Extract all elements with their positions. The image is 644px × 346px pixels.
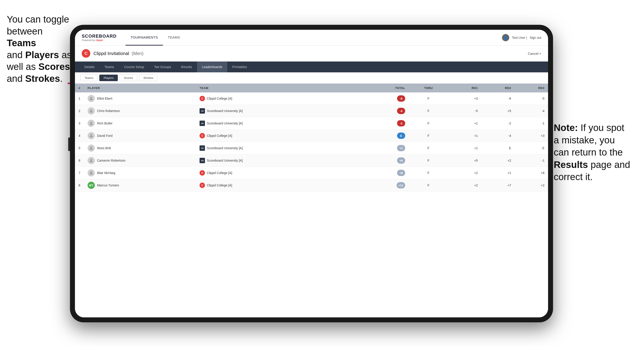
avatar-icon (89, 171, 94, 175)
team-cell: SB Scoreboard University [A] (196, 142, 321, 155)
player-name: David Ford (97, 134, 112, 138)
toggle-strokes[interactable]: Strokes (139, 75, 158, 81)
nav-teams[interactable]: TEAMS (163, 30, 185, 45)
team-cell: C Clippd College [A] (196, 130, 321, 142)
avatar-icon (89, 96, 94, 101)
tab-teams[interactable]: Teams (100, 62, 119, 72)
leaderboard-table-container: # PLAYER TEAM TOTAL THRU RD1 RD2 RD3 (75, 84, 548, 317)
nav-tournaments[interactable]: TOURNAMENTS (126, 30, 163, 45)
col-player: PLAYER (84, 84, 196, 92)
thru-cell: F (409, 105, 448, 117)
total-badge: +8 (397, 170, 405, 176)
table-row: 3 Rich Butler SB Scoreboard University [… (75, 117, 548, 130)
player-cell: Rich Butler (84, 117, 196, 130)
total-cell: +1 (366, 142, 409, 155)
col-total: TOTAL (366, 84, 409, 92)
spacer-cell (321, 92, 366, 105)
total-badge: +1 (397, 145, 405, 151)
thru-cell: F (409, 167, 448, 179)
tab-leaderboards[interactable]: Leaderboards (197, 62, 227, 72)
col-rank: # (75, 84, 84, 92)
top-nav: SCOREBOARD Powered by clippd TOURNAMENTS… (75, 30, 548, 45)
player-name: Rees Britt (97, 146, 111, 150)
table-row: 8 MT Marcus Turners C Clippd College [A]… (75, 179, 548, 191)
toggle-bar: Teams Players Scores Strokes (75, 72, 548, 84)
table-row: 1 Elliot Ebert C Clippd College [A] -8 F… (75, 92, 548, 105)
tablet-screen: SCOREBOARD Powered by clippd TOURNAMENTS… (75, 30, 548, 317)
sign-out-button[interactable]: Sign out (530, 36, 541, 39)
toggle-players[interactable]: Players (99, 75, 118, 81)
rd1-cell: +2 (448, 179, 482, 191)
team-logo: SB (200, 158, 205, 163)
total-cell: -4 (366, 105, 409, 117)
rd3-cell: +6 (515, 167, 548, 179)
player-avatar (88, 157, 95, 164)
cancel-button[interactable]: Cancel × (528, 52, 541, 55)
rank-cell: 5 (75, 142, 84, 155)
table-row: 2 Chris Robertson SB Scoreboard Universi… (75, 105, 548, 117)
player-cell: David Ford (84, 130, 196, 142)
col-rd1: RD1 (448, 84, 482, 92)
player-cell: Rees Britt (84, 142, 196, 155)
tab-details[interactable]: Details (80, 62, 100, 72)
nav-right: 👤 Test User | Sign out (502, 34, 541, 41)
table-row: 4 David Ford C Clippd College [A] E F +1… (75, 130, 548, 142)
rd3-cell: -4 (515, 105, 548, 117)
rd3-cell: +3 (515, 130, 548, 142)
spacer-cell (321, 167, 366, 179)
player-cell: Chris Robertson (84, 105, 196, 117)
rd1-cell: +1 (448, 130, 482, 142)
tournament-header: C Clippd Invitational (Men) Cancel × (75, 45, 548, 62)
rd1-cell: +5 (448, 155, 482, 167)
tab-course-setup[interactable]: Course Setup (119, 62, 149, 72)
tablet-side-button (68, 138, 70, 151)
svg-point-3 (90, 122, 92, 123)
team-cell: C Clippd College [A] (196, 92, 321, 105)
team-logo: C (200, 133, 205, 138)
player-name: Blair McHarg (97, 171, 115, 175)
table-row: 6 Cameron Robertson SB Scoreboard Univer… (75, 155, 548, 167)
rd1-cell: +3 (448, 92, 482, 105)
team-logo: SB (200, 145, 205, 151)
team-logo: C (200, 182, 205, 188)
team-name: Clippd College [A] (207, 97, 232, 100)
team-cell: SB Scoreboard University [A] (196, 117, 321, 130)
player-avatar (88, 132, 95, 139)
toggle-teams[interactable]: Teams (80, 75, 98, 81)
thru-cell: F (409, 117, 448, 130)
col-thru: THRU (409, 84, 448, 92)
svg-point-4 (90, 134, 92, 136)
rank-cell: 2 (75, 105, 84, 117)
total-badge: -8 (397, 95, 405, 102)
rd2-cell: +7 (482, 179, 515, 191)
tab-results[interactable]: Results (176, 62, 197, 72)
toggle-scores[interactable]: Scores (120, 75, 137, 81)
total-badge: -2 (397, 120, 405, 127)
rd2-cell: -4 (482, 130, 515, 142)
table-row: 5 Rees Britt SB Scoreboard University [A… (75, 142, 548, 155)
rank-cell: 1 (75, 92, 84, 105)
rd2-cell: E (482, 142, 515, 155)
player-avatar (88, 169, 95, 176)
total-cell: -8 (366, 92, 409, 105)
player-cell: Blair McHarg (84, 167, 196, 179)
rd2-cell: +2 (482, 155, 515, 167)
col-team: TEAM (196, 84, 321, 92)
svg-point-1 (90, 97, 92, 99)
col-spacer (321, 84, 366, 92)
tab-tee-groups[interactable]: Tee Groups (149, 62, 176, 72)
team-name: Clippd College [A] (207, 171, 232, 175)
svg-point-6 (90, 159, 92, 161)
tournament-logo: C (82, 49, 90, 58)
avatar-icon (89, 158, 94, 163)
tab-printables[interactable]: Printables (227, 62, 252, 72)
team-name: Scoreboard University [A] (207, 159, 243, 162)
player-name: Rich Butler (97, 122, 112, 125)
svg-point-7 (90, 171, 92, 173)
team-name: Clippd College [A] (207, 183, 232, 187)
team-logo: C (200, 96, 205, 101)
table-body: 1 Elliot Ebert C Clippd College [A] -8 F… (75, 92, 548, 191)
player-avatar (88, 145, 95, 152)
tournament-name: Clippd Invitational (Men) (94, 51, 144, 56)
player-name: Chris Robertson (97, 109, 120, 113)
